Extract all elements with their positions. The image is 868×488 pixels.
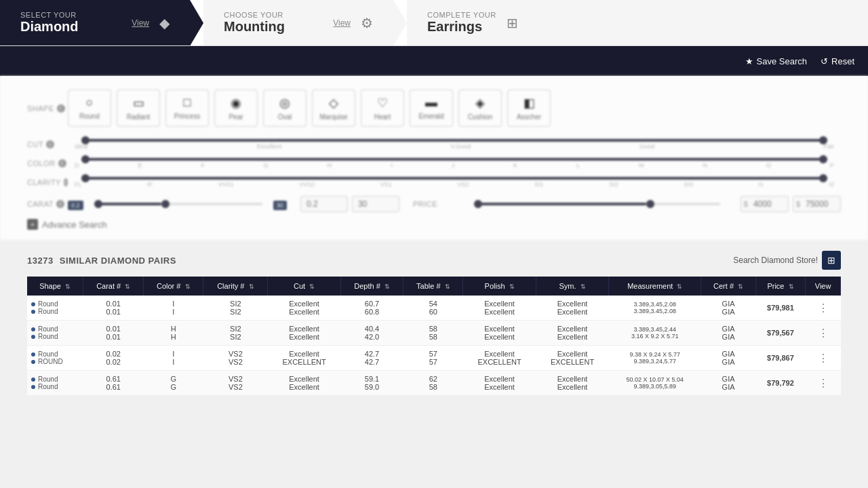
table-row: RoundRound0.010.01HHSI2SI2ExcellentExcel… <box>27 321 841 346</box>
shape-heart[interactable]: ♡ Heart <box>361 89 404 127</box>
carat-track[interactable] <box>94 203 262 205</box>
shape-row: SHAPE i ○ Round ▭ Radiant □ Princess ◉ P… <box>27 89 841 127</box>
wizard-step-label-3: Complete Your <box>427 11 496 19</box>
carat-thumb-left[interactable] <box>94 200 102 208</box>
clarity-slider-container: FLIF VVS1VVS2 VS1VS2 SI1SI2 SI3I1 I2 <box>68 177 841 188</box>
wizard-step-mounting[interactable]: Choose your Mounting View ⚙ <box>203 0 393 45</box>
wizard-step-label-1: Select Your <box>20 11 79 19</box>
wizard-step-diamond[interactable]: Select Your Diamond View ◆ <box>0 0 190 45</box>
save-search-button[interactable]: ★ Save Search <box>745 56 807 66</box>
marquise-label: Marquise <box>319 113 347 121</box>
advance-search[interactable]: + Advance Search <box>27 219 841 230</box>
heart-icon: ♡ <box>377 96 388 110</box>
row-action-button[interactable]: ⋮ <box>818 302 829 314</box>
col-price[interactable]: Price ⇅ <box>755 277 805 296</box>
col-sym[interactable]: Sym. ⇅ <box>536 277 608 296</box>
col-carat[interactable]: Carat # ⇅ <box>83 277 144 296</box>
col-shape[interactable]: Shape ⇅ <box>27 277 83 296</box>
price-thumb-right[interactable] <box>646 200 654 208</box>
price-slider-group <box>467 203 727 205</box>
price-thumb-left[interactable] <box>474 200 482 208</box>
cut-thumb-left[interactable] <box>81 136 90 144</box>
reset-button[interactable]: ↺ Reset <box>821 56 854 66</box>
wizard-header: Select Your Diamond View ◆ Choose your M… <box>0 0 868 46</box>
carat-thumb-right[interactable] <box>161 200 170 208</box>
shape-radiant[interactable]: ▭ Radiant <box>117 89 160 127</box>
col-cert[interactable]: Cert # ⇅ <box>701 277 755 296</box>
shape-emerald[interactable]: ▬ Emerald <box>410 89 453 127</box>
col-view: View <box>806 277 841 296</box>
shape-oval[interactable]: ◎ Oval <box>263 89 307 127</box>
carat-min-input[interactable] <box>300 196 348 212</box>
search-diamond-button[interactable]: Search Diamond Store! ⊞ <box>733 251 841 270</box>
price-track[interactable] <box>474 203 720 205</box>
color-labels: DEF GHI JKL MNO P <box>68 162 841 169</box>
price-max-input[interactable] <box>800 197 837 211</box>
col-table[interactable]: Table # ⇅ <box>403 277 463 296</box>
clarity-thumb-right[interactable] <box>819 174 827 182</box>
pair-dot <box>31 360 35 364</box>
color-thumb-right[interactable] <box>819 155 827 163</box>
wizard-arrow-2 <box>393 0 407 46</box>
mounting-icon: ⚙ <box>361 15 373 31</box>
wizard-view-link-2[interactable]: View <box>333 18 351 28</box>
cushion-icon: ◈ <box>475 96 485 110</box>
marquise-icon: ◇ <box>329 96 338 110</box>
shape-princess[interactable]: □ Princess <box>165 89 209 127</box>
row-action-button[interactable]: ⋮ <box>818 352 829 365</box>
pair-dot <box>31 327 35 331</box>
col-depth[interactable]: Depth # ⇅ <box>340 277 403 296</box>
save-icon: ★ <box>745 56 753 66</box>
wizard-arrow-1 <box>190 0 203 46</box>
price-inputs: $ $ <box>741 196 841 212</box>
pair-dot <box>31 310 35 314</box>
row-action-button[interactable]: ⋮ <box>818 377 829 390</box>
clarity-thumb-left[interactable] <box>81 174 90 182</box>
pair-dot <box>31 302 35 306</box>
cut-track[interactable] <box>81 139 827 142</box>
clarity-label: CLARITY i <box>27 178 68 186</box>
shape-asscher[interactable]: ◧ Asscher <box>507 89 551 127</box>
shape-buttons: ○ Round ▭ Radiant □ Princess ◉ Pear ◎ Ov… <box>68 89 841 127</box>
dual-slider-row: CARAT i 0.2 30 <box>27 196 841 212</box>
col-measurement[interactable]: Measurement ⇅ <box>609 277 701 296</box>
clarity-labels: FLIF VVS1VVS2 VS1VS2 SI1SI2 SI3I1 I2 <box>68 181 841 188</box>
radiant-icon: ▭ <box>133 96 144 110</box>
shape-cushion[interactable]: ◈ Cushion <box>458 89 502 127</box>
advance-search-label: Advance Search <box>42 220 106 230</box>
col-cut[interactable]: Cut ⇅ <box>268 277 340 296</box>
filter-panel: SHAPE i ○ Round ▭ Radiant □ Princess ◉ P… <box>0 76 868 241</box>
pear-icon: ◉ <box>231 96 241 110</box>
color-thumb-left[interactable] <box>81 155 90 163</box>
carat-max-tooltip: 30 <box>273 201 287 210</box>
shape-label: SHAPE i <box>27 104 68 113</box>
cut-labels: Ideal Excellent V.Good Good Fair <box>68 143 841 150</box>
table-row: RoundRound0.010.01IISI2SI2ExcellentExcel… <box>27 296 841 321</box>
carat-part: CARAT i 0.2 30 <box>27 198 287 210</box>
carat-label: CARAT i <box>27 200 68 208</box>
price-min-input[interactable] <box>748 197 785 211</box>
clarity-row: CLARITY i FLIF VVS1VVS2 VS1VS2 SI1SI2 SI… <box>27 177 841 188</box>
emerald-icon: ▬ <box>425 96 437 110</box>
shape-round[interactable]: ○ Round <box>68 89 111 127</box>
shape-marquise[interactable]: ◇ Marquise <box>312 89 355 127</box>
search-store-icon: ⊞ <box>822 251 841 270</box>
shape-info-icon: i <box>57 104 65 113</box>
col-color[interactable]: Color # ⇅ <box>144 277 203 296</box>
results-header: 13273 SIMILAR DIAMOND PAIRS Search Diamo… <box>27 251 841 270</box>
carat-info-icon: i <box>56 200 64 208</box>
row-action-button[interactable]: ⋮ <box>818 327 829 340</box>
wizard-step-title-2: Mounting <box>224 19 285 35</box>
clarity-track[interactable] <box>81 177 827 180</box>
carat-max-input[interactable] <box>352 196 399 212</box>
shape-pear[interactable]: ◉ Pear <box>214 89 258 127</box>
wizard-view-link-1[interactable]: View <box>132 18 149 28</box>
color-track[interactable] <box>81 158 827 161</box>
pair-dot <box>31 378 35 382</box>
carat-min-tooltip: 0.2 <box>68 201 83 210</box>
princess-label: Princess <box>174 113 200 120</box>
cut-thumb-right[interactable] <box>819 136 827 144</box>
col-polish[interactable]: Polish ⇅ <box>463 277 536 296</box>
wizard-step-earrings[interactable]: Complete Your Earrings ⊞ <box>407 0 868 45</box>
col-clarity[interactable]: Clarity # ⇅ <box>203 277 268 296</box>
